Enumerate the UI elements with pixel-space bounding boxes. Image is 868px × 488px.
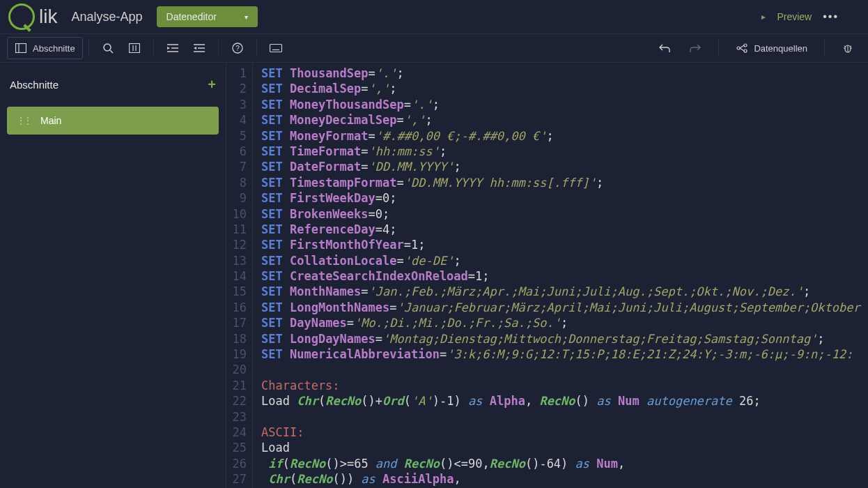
keyboard-button[interactable] — [263, 38, 289, 59]
code-line[interactable] — [261, 362, 868, 377]
svg-rect-4 — [129, 44, 139, 53]
line-number: 2 — [226, 81, 247, 96]
code-line[interactable]: SET DecimalSep=','; — [261, 81, 868, 96]
code-line[interactable]: SET DateFormat='DD.MM.YYYY'; — [261, 159, 868, 174]
help-button[interactable]: ? — [224, 38, 251, 59]
line-number: 17 — [226, 315, 247, 330]
code-line[interactable]: SET MoneyDecimalSep=','; — [261, 112, 868, 128]
code-line[interactable]: Load — [261, 440, 868, 455]
code-line[interactable]: Chr(RecNo()) as AsciiAlpha, — [261, 471, 868, 487]
code-area[interactable]: SET ThousandSep='.';SET DecimalSep=',';S… — [253, 63, 868, 488]
line-number: 18 — [226, 331, 247, 346]
data-sources-button[interactable]: Datenquellen — [729, 38, 814, 59]
line-number: 11 — [226, 222, 247, 237]
preview-area: ▸ Preview ••• — [761, 10, 839, 23]
svg-line-21 — [740, 48, 744, 51]
svg-line-20 — [740, 45, 744, 48]
svg-rect-0 — [16, 44, 26, 53]
panel-icon — [15, 42, 27, 54]
svg-point-18 — [744, 44, 747, 47]
code-line[interactable] — [261, 409, 868, 425]
line-number: 16 — [226, 300, 247, 315]
drag-handle-icon[interactable]: ⋮⋮ — [17, 116, 31, 125]
svg-text:?: ? — [235, 45, 240, 52]
code-line[interactable]: ASCII: — [261, 425, 868, 440]
code-line[interactable]: SET CollationLocale='de-DE'; — [261, 253, 868, 268]
code-line[interactable]: SET ThousandSep='.'; — [261, 66, 868, 81]
sections-toggle-button[interactable]: Abschnitte — [7, 37, 83, 59]
undo-icon — [658, 42, 671, 54]
line-gutter: 1234567891011121314151617181920212223242… — [226, 63, 253, 488]
line-number: 9 — [226, 190, 247, 206]
line-number: 20 — [226, 362, 247, 377]
logo[interactable]: lik — [8, 3, 57, 30]
code-line[interactable]: SET DayNames='Mo.;Di.;Mi.;Do.;Fr.;Sa.;So… — [261, 315, 868, 330]
line-number: 19 — [226, 346, 247, 362]
section-label: Main — [40, 115, 61, 126]
line-number: 3 — [226, 97, 247, 112]
code-line[interactable]: SET ReferenceDay=4; — [261, 222, 868, 237]
code-editor[interactable]: 1234567891011121314151617181920212223242… — [226, 63, 868, 488]
line-number: 7 — [226, 159, 247, 174]
code-line[interactable]: Characters: — [261, 378, 868, 393]
code-line[interactable]: SET NumericalAbbreviation='3:k;6:M;9:G;1… — [261, 346, 868, 362]
sidebar-header: Abschnitte + — [7, 70, 219, 107]
top-bar: lik Analyse-App Dateneditor ▾ ▸ Preview … — [0, 0, 868, 33]
line-number: 24 — [226, 425, 247, 440]
sidebar-title: Abschnitte — [10, 79, 59, 91]
line-number: 21 — [226, 378, 247, 393]
comment-button[interactable] — [121, 38, 148, 59]
code-line[interactable]: Load Chr(RecNo()+Ord('A')-1) as Alpha, R… — [261, 393, 868, 409]
line-number: 4 — [226, 112, 247, 128]
code-line[interactable]: SET BrokenWeeks=0; — [261, 206, 868, 222]
line-number: 25 — [226, 440, 247, 455]
outdent-button[interactable] — [186, 38, 212, 59]
outdent-icon — [193, 42, 206, 54]
code-line[interactable]: SET MoneyFormat='#.##0,00 €;-#.##0,00 €'… — [261, 128, 868, 144]
dropdown-label: Dateneditor — [166, 11, 217, 22]
line-number: 1 — [226, 66, 247, 81]
app-name: Analyse-App — [71, 10, 142, 24]
add-section-button[interactable]: + — [208, 77, 216, 93]
svg-point-2 — [104, 44, 111, 51]
bug-icon — [842, 42, 854, 54]
code-line[interactable]: SET TimestampFormat='DD.MM.YYYY hh:mm:ss… — [261, 175, 868, 190]
code-line[interactable]: SET MonthNames='Jan.;Feb.;März;Apr.;Mai;… — [261, 284, 868, 299]
svg-point-17 — [737, 47, 740, 49]
help-icon: ? — [231, 42, 244, 54]
code-line[interactable]: SET MoneyThousandSep='.'; — [261, 97, 868, 112]
search-icon — [102, 42, 114, 54]
code-line[interactable]: if(RecNo()>=65 and RecNo()<=90,RecNo()-6… — [261, 456, 868, 471]
search-button[interactable] — [95, 38, 121, 59]
code-line[interactable]: SET FirstWeekDay=0; — [261, 190, 868, 206]
comment-icon — [128, 42, 141, 54]
section-item-main[interactable]: ⋮⋮ Main — [7, 107, 219, 135]
redo-icon — [689, 42, 702, 54]
undo-button[interactable] — [651, 38, 678, 59]
redo-button[interactable] — [682, 38, 708, 59]
view-dropdown[interactable]: Dateneditor ▾ — [157, 6, 258, 27]
debug-button[interactable] — [835, 38, 861, 59]
chevron-down-icon: ▾ — [245, 13, 248, 21]
line-number: 27 — [226, 471, 247, 487]
code-line[interactable]: SET LongDayNames='Montag;Dienstag;Mittwo… — [261, 331, 868, 346]
code-line[interactable]: SET LongMonthNames='Januar;Februar;März;… — [261, 300, 868, 315]
line-number: 13 — [226, 253, 247, 268]
preview-button[interactable]: Preview — [777, 11, 812, 22]
main-area: Abschnitte + ⋮⋮ Main 1234567891011121314… — [0, 63, 868, 488]
line-number: 8 — [226, 175, 247, 190]
sidebar: Abschnitte + ⋮⋮ Main — [0, 63, 226, 488]
indent-button[interactable] — [160, 38, 186, 59]
code-line[interactable]: SET CreateSearchIndexOnReload=1; — [261, 268, 868, 284]
logo-q-icon — [8, 3, 35, 30]
code-line[interactable]: SET TimeFormat='hh:mm:ss'; — [261, 144, 868, 159]
line-number: 5 — [226, 128, 247, 144]
more-menu[interactable]: ••• — [823, 10, 839, 23]
sections-toggle-label: Abschnitte — [33, 43, 75, 54]
line-number: 10 — [226, 206, 247, 222]
svg-point-19 — [744, 49, 747, 52]
code-line[interactable]: SET FirstMonthOfYear=1; — [261, 237, 868, 252]
line-number: 22 — [226, 393, 247, 409]
preview-icon[interactable]: ▸ — [761, 12, 766, 22]
svg-line-3 — [110, 50, 113, 53]
